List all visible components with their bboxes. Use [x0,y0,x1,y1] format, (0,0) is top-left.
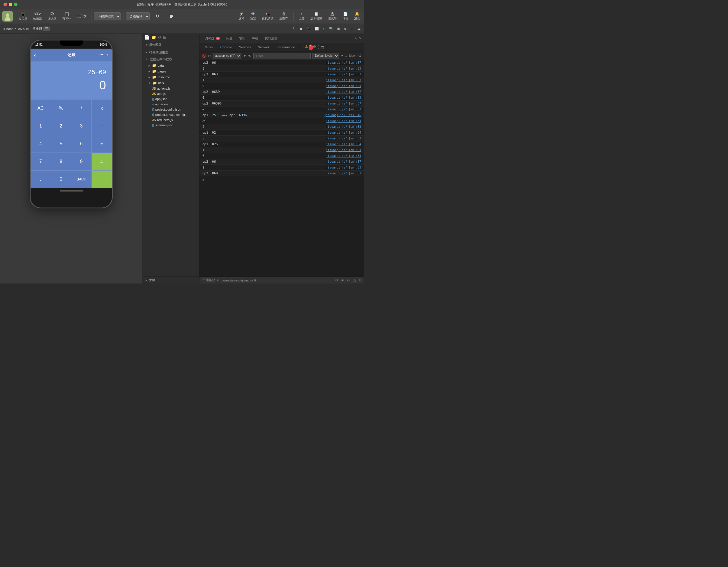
calc-btn-1[interactable]: 1 [31,117,51,135]
calc-btn-dot[interactable]: . [31,171,51,188]
maximize-button[interactable] [14,3,17,6]
detail-btn[interactable]: 📄 详情 [341,10,350,22]
more-tabs-icon[interactable]: >> [298,45,305,50]
folder-utils[interactable]: ▼ 📁 utils [143,80,199,86]
eye-bottom-icon[interactable]: 👁 [341,279,344,282]
resource-more-icon[interactable]: ··· [194,43,196,47]
record-sec-icon[interactable]: ⏺ [299,27,303,31]
file-project-private[interactable]: {} project.private.config... [143,112,199,117]
undock-icon[interactable]: ⬒ [320,45,324,50]
tab-sources[interactable]: Sources [236,45,254,50]
log-source[interactable]: jisuanqi.js? [sm]:33 [326,108,361,111]
file-reducers-js[interactable]: JS reducers.js [143,117,199,123]
log-source[interactable]: jisuanqi.js? [sm]:87 [326,160,361,163]
tab-performance[interactable]: Performance [273,45,298,50]
editor-button[interactable]: </> 编辑器 [31,10,44,22]
tab-wxml[interactable]: Wxml [202,45,217,50]
level-settings-icon[interactable]: ⚙ [358,54,362,58]
visual-button[interactable]: ◫ 可视化 [60,10,73,22]
close-button[interactable] [3,3,7,6]
tab-console[interactable]: Console [217,45,236,50]
log-source[interactable]: jisuanqi.js? [sm]:84 [326,131,361,134]
menu-dots[interactable]: ••• [99,53,103,57]
log-source[interactable]: jisuanqi.js? [sm]:84 [326,143,361,146]
copy-path-icon[interactable]: ⎘ [254,279,256,282]
clear-cache-btn[interactable]: 🗑 清缓存 [278,10,290,22]
project-section[interactable]: ▼ 微信记账小程序 [143,56,199,63]
calc-btn-4[interactable]: 4 [31,135,51,153]
inspect-icon[interactable]: ⊕ [344,27,347,31]
calc-btn-minus[interactable]: − [92,117,112,135]
tab-terminal[interactable]: 终端 [249,35,261,42]
calc-btn-divide[interactable]: / [71,100,92,117]
log-source[interactable]: jisuanqi.js? [sm]:33 [326,67,361,70]
message-btn[interactable]: 🔔 消息 [352,10,362,22]
console-prompt[interactable]: > [199,176,364,183]
log-source[interactable]: jisuanqi.js? [sm]:33 [326,84,361,88]
cloud-button[interactable]: 云开发 [75,13,89,20]
log-source[interactable]: jisuanqi.js? [sm]:87 [326,73,361,76]
log-source[interactable]: jisuanqi.js? [sm]:33 [326,79,361,82]
cursor-icon[interactable]: ◻ [351,27,353,31]
log-source[interactable]: jisuanqi.js? [sm]:87 [326,172,361,175]
phone-sec-icon[interactable]: 📱 [307,27,311,31]
log-source[interactable]: jisuanqi.js? [sm]:33 [326,149,361,152]
calc-btn-0[interactable]: 0 [51,171,71,188]
calc-btn-8[interactable]: 8 [51,153,71,170]
level-dropdown-icon[interactable]: ▼ [341,54,344,57]
log-source[interactable]: jisuanqi.js? [sm]:33 [326,137,361,140]
console-clear-icon[interactable]: 🚫 [202,54,206,58]
compile-select[interactable]: 普通编译 [126,12,150,20]
real-debug-btn[interactable]: 📲 真机调试 [260,10,275,22]
collapse-tree-icon[interactable]: ⊟ [163,35,167,40]
home-icon[interactable]: ⊙ [105,53,108,57]
log-source[interactable]: jisuanqi.js? [sm]:146 [324,114,361,117]
log-source[interactable]: jisuanqi.js? [sm]:87 [326,102,361,105]
version-btn[interactable]: 📋 版本管理 [309,10,324,22]
preview-btn[interactable]: ↻ [151,13,164,20]
close-panel-icon[interactable]: ✕ [359,36,362,40]
appservice-dropdown[interactable]: ▼ [243,54,246,58]
calc-btn-5[interactable]: 5 [51,135,71,153]
filter-input[interactable] [253,53,311,59]
search-icon[interactable]: 🔍 [329,27,333,31]
log-source[interactable]: jisuanqi.js? [sm]:87 [326,90,361,93]
log-source[interactable]: jisuanqi.js? [sm]:33 [326,119,361,123]
log-source[interactable]: jisuanqi.js? [sm]:33 [326,125,361,128]
tab-code-quality[interactable]: 代码质量 [262,35,280,42]
file-app-js[interactable]: JS app.js [143,91,199,96]
log-source[interactable]: jisuanqi.js? [sm]:87 [326,61,361,64]
file-project-config[interactable]: {} project.config.json [143,107,199,112]
tab-network[interactable]: Network [254,45,273,50]
appservice-eye-icon[interactable]: 👁 [248,54,252,58]
calc-btn-7[interactable]: 7 [31,153,51,170]
compile-btn[interactable]: ⚡ 编译 [237,10,246,22]
calc-btn-3[interactable]: 3 [71,117,92,135]
appservice-select[interactable]: appservice (#4) [213,53,241,59]
collapse-panel-icon[interactable]: ∧ [354,36,357,40]
level-select[interactable]: Default levels [312,53,339,59]
wind-icon[interactable]: ☁ [357,27,361,31]
refresh-tree-icon[interactable]: ↻ [158,35,161,40]
simulator-button[interactable]: 📱 模拟器 [16,10,30,22]
calc-btn-ac[interactable]: AC [31,100,51,117]
file-app-wxss[interactable]: ≡ app.wxss [143,102,199,107]
calc-btn-equals[interactable]: = [92,153,112,170]
preview-label-btn[interactable]: 👁 预览 [248,10,258,22]
outline-section[interactable]: ▶ 大纲 [143,277,199,284]
calc-btn-9[interactable]: 9 [71,153,92,170]
minimize-button[interactable] [9,3,12,6]
console-log[interactable]: op2: 06jisuanqi.js? [sm]:873jisuanqi.js?… [199,60,364,277]
test-btn[interactable]: 🔬 测试号 [326,10,338,22]
record-btn[interactable]: ⏺ [165,13,178,20]
back-button[interactable]: ‹ [34,52,36,58]
calc-btn-multiply[interactable]: x [92,100,112,117]
log-source[interactable]: jisuanqi.js? [sm]:33 [326,96,361,99]
file-sitemap-json[interactable]: {} sitemap.json [143,123,199,128]
file-app-json[interactable]: {} app.json [143,96,199,102]
calc-btn-back[interactable]: BACK [71,171,92,188]
open-editors-section[interactable]: ▶ 打开的编辑器 [143,49,199,56]
refresh-sec-icon[interactable]: ↻ [293,27,295,31]
new-file-icon[interactable]: 📄 [144,35,149,40]
hotreload-badge[interactable]: 开 [43,27,50,31]
